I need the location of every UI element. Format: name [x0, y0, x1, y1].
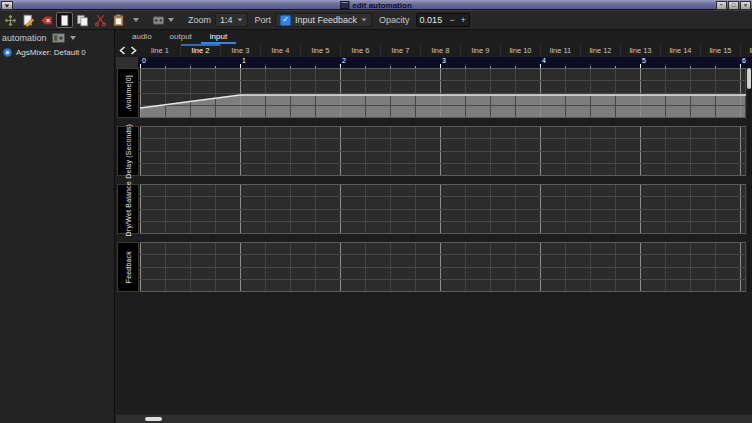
- lane-label-text: Delay (Seconds): [125, 124, 132, 179]
- port-label: Port: [255, 15, 272, 25]
- cut-icon: [94, 14, 107, 27]
- ruler-cap: [116, 57, 138, 68]
- horizontal-scrollbar-thumb[interactable]: [145, 417, 162, 421]
- machine-list-item[interactable]: AgsMixer: Default 0: [0, 45, 114, 58]
- line-tab-11[interactable]: line 11: [540, 44, 580, 57]
- radio-selected-icon[interactable]: [3, 48, 12, 57]
- line-tab-15[interactable]: line 15: [700, 44, 740, 57]
- line-tab-7[interactable]: line 7: [380, 44, 420, 57]
- lane-row: Dry/Wet Balance: [116, 184, 752, 234]
- line-tab-5[interactable]: line 5: [300, 44, 340, 57]
- scope-tabs: audiooutputinput: [116, 30, 752, 44]
- edit-automation-window: edit automation − □ × Zoom 1:4 Port ✓ In…: [0, 0, 752, 423]
- window-icon: [340, 1, 349, 9]
- edit-tool-button[interactable]: [20, 12, 37, 28]
- lane-vertical-scrollbar[interactable]: [746, 242, 751, 292]
- port-combo[interactable]: ✓ Input Feedback: [275, 13, 372, 27]
- gridline-horizontal: [140, 151, 746, 152]
- window-menu-button[interactable]: [1, 1, 13, 10]
- tab-input[interactable]: input: [201, 30, 236, 44]
- lane-label: Dry/Wet Balance: [117, 184, 139, 234]
- lane-row: ./volume[0]: [116, 68, 752, 118]
- line-tab-3[interactable]: line 3: [220, 44, 260, 57]
- machine-label: AgsMixer: Default 0: [16, 48, 86, 57]
- clear-icon: [40, 14, 53, 27]
- machine-selector-header[interactable]: automation: [0, 30, 114, 45]
- lane-vertical-scrollbar[interactable]: [746, 126, 751, 176]
- opacity-decrement-button[interactable]: −: [447, 14, 458, 26]
- line-tab-13[interactable]: line 13: [620, 44, 660, 57]
- port-checkbox[interactable]: ✓: [280, 15, 291, 26]
- chevron-right-icon: [130, 46, 137, 55]
- gridline-horizontal: [140, 254, 746, 255]
- gridline-horizontal: [140, 242, 746, 243]
- window-title: edit automation: [352, 1, 412, 10]
- lane-label: Delay (Seconds): [117, 126, 139, 176]
- toolbar-tools: [2, 12, 128, 28]
- line-tab-8[interactable]: line 8: [420, 44, 460, 57]
- paste-button[interactable]: [110, 12, 127, 28]
- opacity-input[interactable]: 0.015: [417, 15, 447, 25]
- line-tabs-next-button[interactable]: [128, 44, 139, 57]
- line-tab-6[interactable]: line 6: [340, 44, 380, 57]
- lane-label-text: ./volume[0]: [125, 75, 132, 111]
- tool-popup-button[interactable]: [149, 12, 177, 28]
- gridline-horizontal: [140, 279, 746, 280]
- tab-output[interactable]: output: [161, 30, 201, 44]
- ruler-number: 3: [442, 57, 446, 65]
- select-tool-button[interactable]: [56, 12, 73, 28]
- minimize-button[interactable]: −: [716, 1, 727, 10]
- gridline-horizontal: [140, 196, 746, 197]
- ruler-number: 1: [242, 57, 246, 65]
- title-wrap: edit automation: [340, 0, 412, 10]
- copy-button[interactable]: [74, 12, 91, 28]
- line-tab-1[interactable]: line 1: [140, 44, 180, 57]
- paste-icon: [112, 14, 125, 27]
- horizontal-scrollbar[interactable]: [116, 414, 752, 423]
- position-tool-button[interactable]: [2, 12, 19, 28]
- check-icon: ✓: [282, 16, 289, 24]
- lane-vertical-scrollbar[interactable]: [746, 184, 751, 234]
- automation-grid[interactable]: [140, 242, 746, 292]
- chevron-down-icon: [168, 18, 174, 22]
- panel-title: automation: [2, 33, 47, 43]
- ruler-number: 2: [342, 57, 346, 65]
- line-tab-2[interactable]: line 2: [180, 44, 220, 57]
- automation-grid[interactable]: [140, 126, 746, 176]
- lane-row: Feedback: [116, 242, 752, 292]
- line-tab-16[interactable]: line 16: [740, 44, 752, 57]
- lane-label-text: Dry/Wet Balance: [125, 181, 132, 236]
- close-button[interactable]: ×: [740, 1, 751, 10]
- lane-row: Delay (Seconds): [116, 126, 752, 176]
- opacity-label: Opacity: [379, 15, 410, 25]
- zoom-combo[interactable]: 1:4: [215, 13, 248, 27]
- lane-vertical-scrollbar-thumb[interactable]: [747, 68, 751, 89]
- line-tab-10[interactable]: line 10: [500, 44, 540, 57]
- chevron-down-icon: [70, 36, 76, 40]
- zoom-label: Zoom: [188, 15, 211, 25]
- gridline-horizontal: [140, 221, 746, 222]
- line-tab-12[interactable]: line 12: [580, 44, 620, 57]
- tools-overflow-button[interactable]: [130, 13, 141, 27]
- select-icon: [58, 14, 71, 27]
- line-tab-14[interactable]: line 14: [660, 44, 700, 57]
- window-controls: − □ ×: [716, 1, 751, 10]
- line-tabs-prev-button[interactable]: [117, 44, 128, 57]
- position-icon: [4, 14, 17, 27]
- clear-tool-button[interactable]: [38, 12, 55, 28]
- lane-vertical-scrollbar[interactable]: [746, 68, 751, 118]
- automation-envelope[interactable]: [140, 68, 746, 118]
- machine-list: AgsMixer: Default 0: [0, 45, 114, 58]
- ruler-number: 4: [542, 57, 546, 65]
- cut-button[interactable]: [92, 12, 109, 28]
- maximize-button[interactable]: □: [728, 1, 739, 10]
- gridline-horizontal: [140, 138, 746, 139]
- automation-grid[interactable]: [140, 68, 746, 118]
- automation-grid[interactable]: [140, 184, 746, 234]
- line-tab-4[interactable]: line 4: [260, 44, 300, 57]
- opacity-increment-button[interactable]: +: [458, 14, 469, 26]
- line-tab-9[interactable]: line 9: [460, 44, 500, 57]
- tab-audio[interactable]: audio: [123, 30, 161, 44]
- window-menu-icon: [5, 4, 10, 7]
- gridline-horizontal: [140, 267, 746, 268]
